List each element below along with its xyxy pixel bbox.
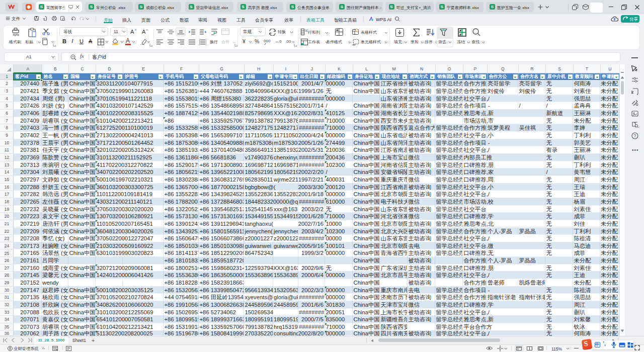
svg-text:?: ? (634, 133, 636, 138)
svg-text:.00: .00 (285, 39, 291, 44)
svg-text:.0: .0 (278, 39, 282, 44)
svg-text:000: 000 (264, 39, 271, 43)
